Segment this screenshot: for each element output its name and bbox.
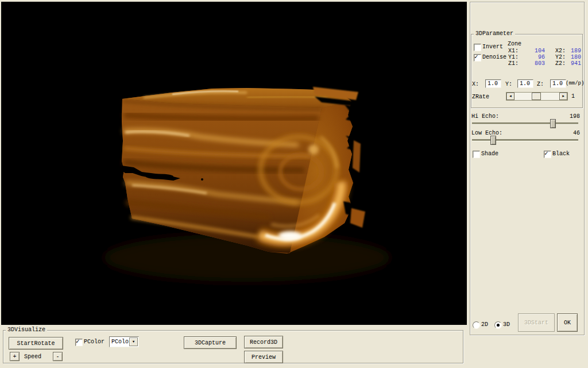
y-scale-input[interactable] [517,79,533,88]
volume-render [1,2,467,325]
z-scale-input[interactable] [550,79,566,88]
z-scale-label: Z: [537,81,544,87]
check-icon: ✓ [544,150,548,157]
low-echo-slider-track[interactable] [472,139,578,141]
preview-button[interactable]: Preview [244,351,283,363]
zone-z1-label: Z1: [508,60,519,67]
zone-z1-value: 803 [521,60,545,67]
visualize-group-title: 3DVisualize [6,327,47,334]
pcolor-checkbox[interactable]: ✓ [75,339,83,346]
zrate-scrollbar[interactable]: ◄ ► [506,92,568,101]
invert-checkbox[interactable]: ✓ [474,44,481,51]
denoise-checkbox[interactable]: ✓ [474,54,481,62]
zrate-value: 1 [571,93,575,99]
speed-label: Speed [24,354,41,360]
zone-title: Zone [508,41,521,47]
zrate-label: ZRate [472,94,489,100]
hi-echo-slider-track[interactable] [472,122,578,125]
speed-minus-button[interactable]: - [53,352,63,361]
zone-y1-value: 96 [521,54,545,60]
record3d-button[interactable]: Record3D [244,336,283,348]
scroll-right-button[interactable]: ► [559,93,567,100]
visualize-bar: 3DVisualize StartRotate + Speed - ✓ PCol… [0,325,467,368]
mode-3d-radio[interactable] [494,321,502,329]
x-scale-input[interactable] [485,79,501,88]
app-window: { "app": {"bg_color": "#ebe7d6", "viewpo… [0,0,588,368]
voxel-unit-label: (mm/p) [566,80,584,87]
render-viewport[interactable] [1,2,467,325]
start-rotate-button[interactable]: StartRotate [9,337,63,350]
zone-x2-value: 189 [557,48,581,54]
shade-label: Shade [481,151,498,157]
check-icon: ✓ [474,53,478,60]
mode-3d-label: 3D [503,321,510,328]
zrate-scroll-thumb[interactable] [532,93,541,100]
invert-label: Invert [482,44,503,50]
3dcapture-button[interactable]: 3DCapture [184,336,237,349]
scroll-left-button[interactable]: ◄ [506,93,514,100]
low-echo-slider-thumb[interactable] [490,136,496,145]
parameter-group-title: 3DParameter [474,30,515,37]
parameter-group: 3DParameter ✓ Invert ✓ Denoise Zone X1: … [471,34,583,108]
zone-y2-value: 180 [557,54,581,60]
hi-echo-slider[interactable] [472,119,578,127]
pcolor-label: PColor [84,339,105,345]
mode-2d-radio[interactable] [473,321,480,329]
zone-x1-value: 104 [521,48,545,54]
3dstart-button[interactable]: 3DStart [518,313,555,332]
denoise-label: Denoise [482,54,506,60]
pcolor-combobox[interactable]: PColor ▼ [109,336,139,347]
scroll-left-icon: ◄ [509,94,512,98]
zone-z2-value: 941 [557,60,581,67]
radio-dot [497,324,500,327]
zone-y1-label: Y1: [508,54,519,60]
ok-button[interactable]: OK [557,313,578,332]
speed-plus-button[interactable]: + [10,352,20,361]
mode-2d-label: 2D [481,321,488,328]
scroll-right-icon: ► [562,94,564,98]
dropdown-arrow-icon[interactable]: ▼ [129,338,138,346]
zone-x1-label: X1: [508,48,519,54]
black-checkbox[interactable]: ✓ [544,151,551,158]
parameter-panel: 3DParameter ✓ Invert ✓ Denoise Zone X1: … [467,0,588,368]
hi-echo-slider-thumb[interactable] [550,119,556,128]
low-echo-slider[interactable] [472,136,578,144]
check-icon: ✓ [76,338,80,345]
y-scale-label: Y: [505,81,512,87]
black-label: Black [552,151,570,157]
shade-checkbox[interactable]: ✓ [473,151,480,158]
x-scale-label: X: [472,81,479,87]
